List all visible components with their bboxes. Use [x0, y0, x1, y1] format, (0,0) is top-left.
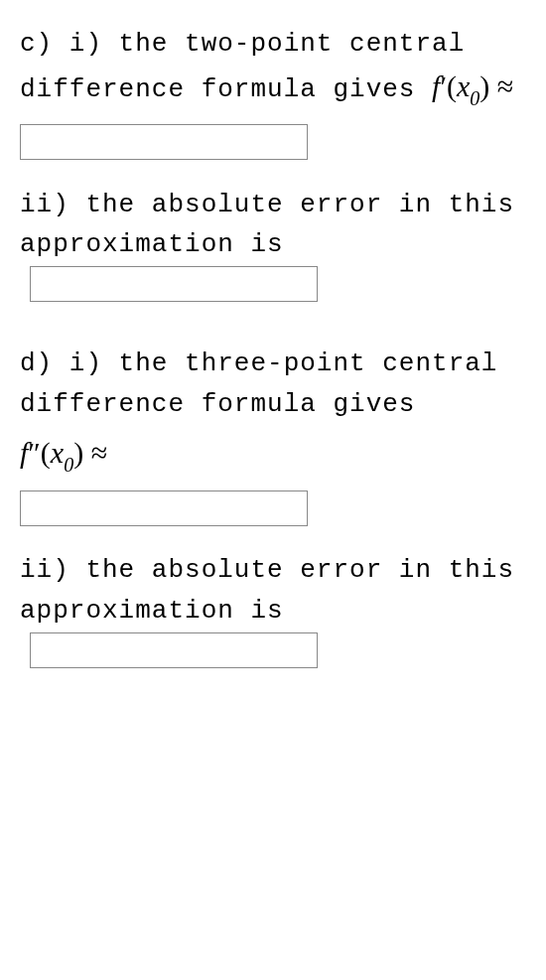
math-paren-open: ( — [447, 70, 457, 102]
part-d-i-input-row — [20, 489, 526, 528]
math-var: x — [457, 70, 470, 102]
approx-symbol: ≈ — [91, 436, 107, 469]
part-c-ii: ii) the absolute error in this approxima… — [20, 185, 526, 305]
math-expression-f-prime: f′(x0) — [432, 70, 497, 102]
part-c-ii-prompt: ii) the absolute error in this approxima… — [20, 190, 514, 259]
math-expression-f-double-prime: f″(x0) — [20, 436, 91, 469]
part-d-ii-prompt: ii) the absolute error in this approxima… — [20, 555, 514, 625]
part-d-i-text: d) i) the three-point central difference… — [20, 344, 526, 424]
part-c-i-text: c) i) the two-point central difference f… — [20, 24, 526, 112]
part-d-ii: ii) the absolute error in this approxima… — [20, 550, 526, 670]
part-d: d) i) the three-point central difference… — [20, 344, 526, 670]
part-d-ii-text: ii) the absolute error in this approxima… — [20, 550, 526, 670]
part-c-i-input[interactable] — [20, 124, 308, 160]
part-d-i-input[interactable] — [20, 490, 308, 526]
approx-symbol: ≈ — [497, 70, 514, 102]
part-d-ii-input[interactable] — [30, 632, 318, 668]
part-c-i-prompt: c) i) the two-point central difference f… — [20, 29, 465, 104]
part-c-ii-input[interactable] — [30, 266, 318, 302]
math-paren-close: ) — [73, 436, 83, 469]
math-double-prime: ″ — [28, 436, 41, 469]
part-c: c) i) the two-point central difference f… — [20, 24, 526, 304]
math-subscript: 0 — [64, 454, 73, 476]
math-paren-close: ) — [479, 70, 489, 102]
math-paren-open: ( — [41, 436, 51, 469]
math-var: x — [51, 436, 64, 469]
part-c-ii-text: ii) the absolute error in this approxima… — [20, 185, 526, 305]
math-subscript: 0 — [470, 87, 479, 109]
part-c-i-input-row — [20, 122, 526, 162]
math-expression-f-double-prime-line: f″(x0) ≈ — [20, 430, 526, 479]
